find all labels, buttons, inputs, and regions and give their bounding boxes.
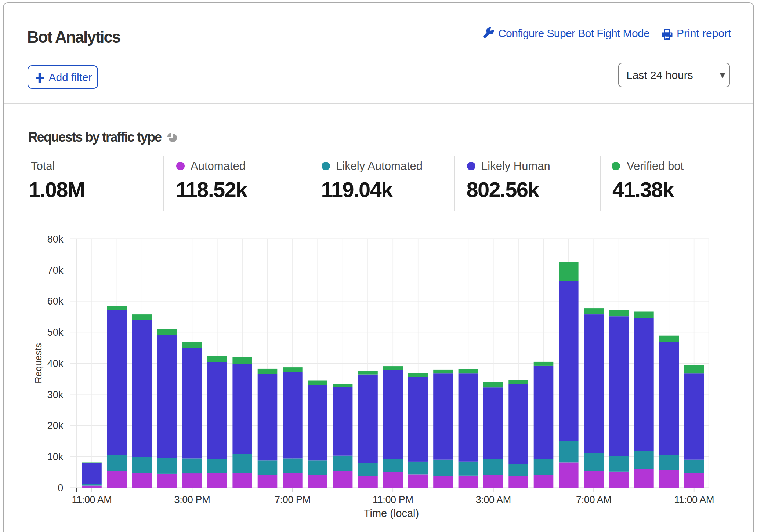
svg-text:11:00 PM: 11:00 PM <box>373 494 413 505</box>
svg-text:30k: 30k <box>47 389 64 400</box>
svg-text:20k: 20k <box>47 420 64 431</box>
svg-text:50k: 50k <box>47 327 64 338</box>
svg-text:3:00 PM: 3:00 PM <box>174 494 210 505</box>
svg-text:80k: 80k <box>47 234 64 245</box>
svg-text:3:00 AM: 3:00 AM <box>476 494 511 505</box>
svg-text:0: 0 <box>58 482 63 493</box>
svg-text:7:00 AM: 7:00 AM <box>576 494 611 505</box>
svg-text:70k: 70k <box>47 265 64 276</box>
svg-text:11:00 AM: 11:00 AM <box>674 494 714 505</box>
svg-text:Time (local): Time (local) <box>364 507 419 519</box>
svg-text:Requests: Requests <box>33 343 44 383</box>
svg-text:60k: 60k <box>47 296 64 307</box>
svg-text:11:00 AM: 11:00 AM <box>72 494 112 505</box>
svg-text:7:00 PM: 7:00 PM <box>275 494 311 505</box>
svg-text:10k: 10k <box>47 451 64 462</box>
svg-text:40k: 40k <box>47 358 64 369</box>
